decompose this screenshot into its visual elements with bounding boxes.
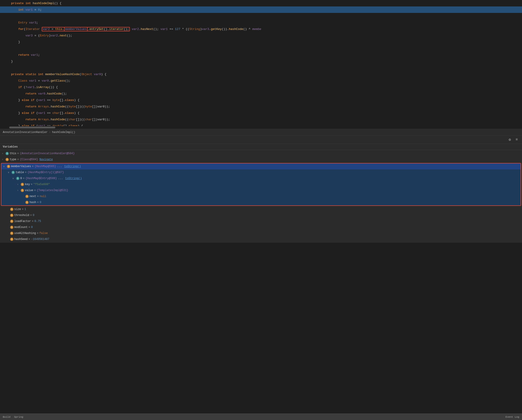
expand-arrow-value: › [17, 189, 20, 192]
var-row-table[interactable]: ∨ i table = {HashMap$Entry[1]@587} [1, 169, 521, 176]
variables-list: › i this = {AnnotationInvocationHandler@… [0, 150, 522, 243]
expand-arrow-memberValues: ∨ [3, 165, 7, 168]
var-row-memberValues[interactable]: ∨ i memberValues = {HashMap@565} ... toS… [1, 163, 521, 169]
code-line-5: for(Iterator var2 = this.memberValues.en… [0, 26, 522, 32]
code-line-1: private int hashCodeImpl() { [0, 0, 522, 7]
code-line-19: return Arrays.hashCode((char[])((char[])… [0, 116, 522, 123]
var-icon-next: i [25, 195, 29, 198]
var-icon-size: i [10, 208, 13, 211]
status-spring[interactable]: Spring [14, 416, 23, 418]
var-row-key[interactable]: › i key = "f5a5a608" [1, 181, 521, 187]
var-icon-key: i [21, 183, 24, 186]
status-event-log[interactable]: Event Log [506, 416, 519, 418]
var-row-modCount[interactable]: i modCount = 0 [0, 224, 522, 230]
code-line-11 [0, 65, 522, 71]
toolbar: ⚙ ≡ [0, 136, 522, 144]
var-row-type[interactable]: › i type = {Class@504} Navigate [0, 157, 522, 162]
breadcrumb: AnnotationInvocationHandler › hashCodeIm… [0, 129, 522, 136]
expand-arrow-loadFactor [7, 220, 10, 223]
expand-arrow-key: › [17, 183, 20, 186]
status-bar: Build Spring Event Log [0, 413, 522, 420]
selected-group-outline: ∨ i memberValues = {HashMap@565} ... toS… [1, 163, 521, 206]
expand-arrow-table: ∨ [8, 171, 11, 174]
var-link-memberValues[interactable]: toString() [64, 165, 81, 168]
var-icon-loadFactor: i [10, 220, 13, 223]
panel-header: Variables [0, 144, 522, 150]
var-icon-memberValues: i [7, 165, 10, 168]
var-link-0[interactable]: toString() [65, 177, 82, 180]
var-row-hash[interactable]: i hash = 0 [1, 199, 521, 205]
code-line-9: return var1; [0, 52, 522, 58]
code-line-8 [0, 45, 522, 52]
var-row-next[interactable]: i next = null [1, 193, 521, 199]
expand-arrow-type: › [2, 158, 5, 161]
var-row-threshold[interactable]: i threshold = 0 [0, 212, 522, 218]
expand-arrow-0: ∨ [12, 177, 16, 180]
code-line-12: private static int memberValueHashCode(O… [0, 71, 522, 77]
var-row-value[interactable]: › i value = {TemplatesImpl@531} [1, 187, 521, 193]
expand-arrow-useAltHashing [7, 232, 10, 235]
code-line-16: } else if (var1 == byte[].class) { [0, 97, 522, 103]
var-row-0[interactable]: ∨ i 0 = {HashMap$Entry@588} ... toString… [1, 176, 521, 181]
expand-arrow-size [7, 208, 10, 211]
expand-arrow-hash [22, 201, 25, 204]
code-line-14: if (!var1.isArray()) { [0, 84, 522, 90]
breadcrumb-separator: › [49, 131, 51, 134]
debug-panel: Variables › i this = {AnnotationInvocati… [0, 144, 522, 243]
var-icon-0: i [16, 177, 19, 180]
code-line-10: } [0, 58, 522, 65]
expand-arrow-modCount [7, 226, 10, 229]
code-line-7: } [0, 39, 522, 45]
var-icon-table: i [12, 171, 15, 174]
code-line-13: Class var1 = var0.getClass(); [0, 77, 522, 84]
status-build[interactable]: Build [3, 416, 10, 418]
menu-icon[interactable]: ≡ [514, 137, 519, 142]
status-left: Build Spring [3, 416, 23, 418]
settings-icon[interactable]: ⚙ [507, 137, 512, 142]
var-icon-hash: i [25, 201, 29, 204]
code-line-6: var3 = (Entry)var2.next(); [0, 32, 522, 39]
code-line-4: Entry var3; [0, 19, 522, 26]
expand-arrow-this: › [2, 152, 5, 155]
code-line-17: return Arrays.hashCode((byte[])((byte[])… [0, 103, 522, 110]
breadcrumb-class[interactable]: AnnotationInvocationHandler [3, 131, 47, 134]
var-row-useAltHashing[interactable]: i useAltHashing = false [0, 230, 522, 236]
code-line-2: int var1 = 0; [0, 7, 522, 13]
code-editor[interactable]: private int hashCodeImpl() { int var1 = … [0, 0, 522, 129]
code-line-3 [0, 13, 522, 19]
expand-arrow-hashSeed [7, 238, 10, 241]
var-icon-hashSeed: i [10, 238, 13, 241]
var-row-size[interactable]: i size = 1 [0, 206, 522, 212]
var-icon-type: i [6, 158, 9, 161]
code-line-15: return var0.hashCode(); [0, 90, 522, 97]
var-icon-threshold: i [10, 214, 13, 217]
expand-arrow-next [22, 195, 25, 198]
var-link-type[interactable]: Navigate [39, 158, 53, 161]
var-row-hashSeed[interactable]: i hashSeed = -1649561407 [0, 236, 522, 242]
breadcrumb-method[interactable]: hashCodeImpl() [52, 131, 75, 134]
var-row-this[interactable]: › i this = {AnnotationInvocationHandler@… [0, 151, 522, 157]
expand-arrow-threshold [7, 214, 10, 217]
var-icon-modCount: i [10, 226, 13, 229]
var-icon-useAltHashing: i [10, 232, 13, 235]
code-line-18: } else if (var1 == char[].class) { [0, 110, 522, 116]
status-right: Event Log [506, 416, 519, 418]
var-row-loadFactor[interactable]: i loadFactor = 0.75 [0, 218, 522, 224]
var-icon-this: i [6, 152, 9, 155]
var-icon-value: i [21, 189, 24, 192]
